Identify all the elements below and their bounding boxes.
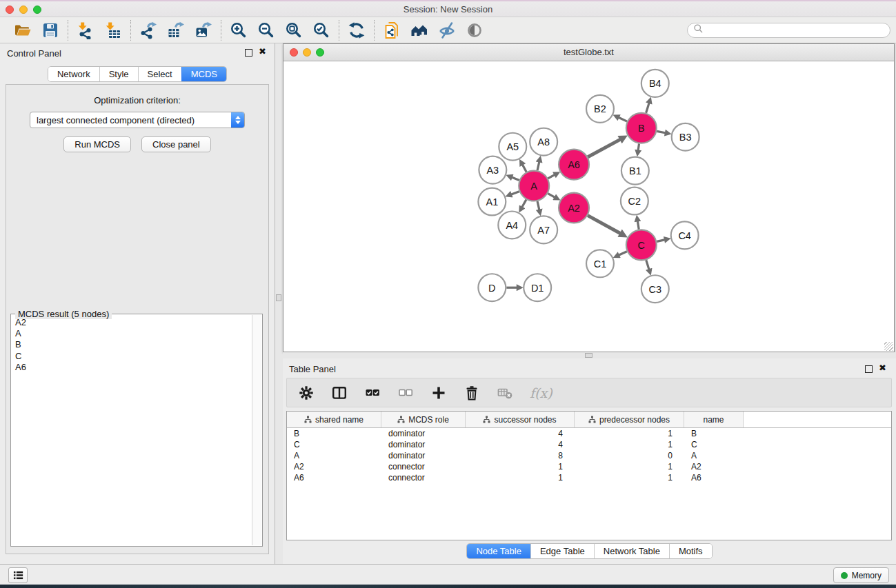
split-panel-icon[interactable] — [331, 385, 348, 401]
horizontal-splitter[interactable] — [283, 352, 896, 358]
graph-edge-B-B4[interactable] — [646, 103, 649, 113]
tab-network-table[interactable]: Network Table — [594, 544, 669, 558]
cell-name[interactable]: A2 — [684, 462, 744, 472]
zoom-fit-icon[interactable] — [283, 20, 305, 41]
graph-edge-A-A6[interactable] — [548, 175, 554, 179]
close-table-panel-icon[interactable]: ✖ — [879, 363, 886, 374]
import-network-icon[interactable] — [74, 20, 97, 41]
cell-shared-name[interactable]: A2 — [287, 462, 381, 472]
graph-edge-C-C4[interactable] — [657, 240, 664, 241]
graph-edge-C-C3[interactable] — [646, 260, 649, 269]
network-canvas[interactable]: B4B2BB3A8A5A6A3B1AC2A1A2A4A7C4CC1C3DD1 — [284, 61, 893, 351]
graph-edge-A-A5[interactable] — [523, 165, 527, 172]
cell-predecessor-nodes[interactable]: 1 — [575, 440, 684, 449]
graph-node-A4[interactable]: A4 — [498, 211, 526, 239]
deselect-all-icon[interactable] — [397, 385, 414, 401]
graph-node-B2[interactable]: B2 — [586, 95, 614, 123]
cell-name[interactable]: C — [684, 440, 744, 449]
close-panel-button[interactable]: Close panel — [141, 136, 211, 152]
cell-successor-nodes[interactable]: 1 — [466, 473, 575, 483]
export-table-icon[interactable] — [165, 20, 187, 41]
graph-node-A8[interactable]: A8 — [530, 128, 557, 156]
run-mcds-button[interactable]: Run MCDS — [63, 136, 131, 152]
cell-successor-nodes[interactable]: 8 — [466, 451, 575, 460]
cell-predecessor-nodes[interactable]: 1 — [575, 462, 684, 472]
window-resize-grip[interactable] — [884, 342, 893, 351]
cell-shared-name[interactable]: C — [287, 440, 381, 449]
column-header-name[interactable]: name — [684, 412, 744, 427]
eye-slash-icon[interactable] — [436, 20, 458, 41]
cell-name[interactable]: B — [684, 429, 744, 438]
copy-network-icon[interactable] — [381, 20, 403, 41]
graph-node-A1[interactable]: A1 — [478, 188, 506, 216]
apply-layout-icon[interactable] — [346, 20, 368, 41]
cell-successor-nodes[interactable]: 4 — [466, 440, 575, 449]
cell-name[interactable]: A — [684, 451, 744, 460]
column-header-predecessor-nodes[interactable]: predecessor nodes — [575, 412, 684, 427]
float-table-panel-icon[interactable] — [865, 365, 873, 373]
cell-predecessor-nodes[interactable]: 1 — [575, 429, 684, 438]
vertical-splitter-handle[interactable] — [276, 294, 281, 301]
cell-predecessor-nodes[interactable]: 1 — [575, 473, 684, 483]
tab-select[interactable]: Select — [138, 67, 181, 81]
import-table-icon[interactable] — [102, 20, 124, 41]
graph-edge-B-B2[interactable] — [619, 118, 627, 122]
vertical-splitter[interactable] — [275, 43, 283, 564]
graph-node-A7[interactable]: A7 — [530, 216, 557, 243]
delete-column-icon[interactable] — [464, 385, 480, 401]
graph-node-B3[interactable]: B3 — [672, 123, 699, 151]
graph-edge-B-B3[interactable] — [657, 131, 665, 132]
tab-mcds[interactable]: MCDS — [181, 67, 226, 81]
mcds-result-item[interactable]: B — [12, 339, 252, 350]
table-row[interactable]: Cdominator41C — [287, 439, 891, 450]
graph-node-C[interactable]: C — [626, 230, 657, 260]
optimization-criterion-select[interactable]: largest connected component (directed) — [30, 112, 245, 128]
cell-shared-name[interactable]: A6 — [287, 473, 381, 483]
zoom-in-icon[interactable] — [228, 20, 250, 41]
zoom-selected-icon[interactable] — [310, 20, 332, 41]
graph-node-A2[interactable]: A2 — [559, 193, 589, 223]
tab-node-table[interactable]: Node Table — [467, 544, 530, 558]
column-header-MCDS-role[interactable]: MCDS role — [381, 412, 466, 427]
cell-successor-nodes[interactable]: 4 — [466, 429, 575, 438]
cell-shared-name[interactable]: A — [287, 451, 381, 460]
cell-name[interactable]: A6 — [684, 473, 744, 483]
cell-MCDS-role[interactable]: dominator — [381, 440, 466, 449]
graph-edge-C-C1[interactable] — [619, 252, 627, 255]
tab-style[interactable]: Style — [99, 67, 138, 81]
column-header-successor-nodes[interactable]: successor nodes — [466, 412, 575, 427]
column-header-shared-name[interactable]: shared name — [287, 412, 381, 427]
search-input[interactable] — [706, 25, 884, 36]
open-session-icon[interactable] — [12, 20, 34, 41]
graph-edge-C-C2[interactable] — [637, 221, 639, 230]
cell-MCDS-role[interactable]: connector — [381, 473, 466, 483]
export-image-icon[interactable] — [192, 20, 215, 41]
cell-predecessor-nodes[interactable]: 0 — [575, 451, 684, 460]
graph-node-B4[interactable]: B4 — [641, 70, 669, 97]
network-window-titlebar[interactable]: testGlobe.txt — [283, 44, 894, 61]
tab-motifs[interactable]: Motifs — [669, 544, 712, 558]
cell-shared-name[interactable]: B — [287, 429, 381, 438]
graph-edge-A6-B[interactable] — [588, 139, 620, 156]
table-row[interactable]: A6connector11A6 — [287, 472, 891, 483]
mcds-result-item[interactable]: A — [12, 328, 252, 339]
float-panel-icon[interactable] — [245, 49, 252, 57]
mcds-result-scrollbar[interactable] — [252, 315, 261, 545]
graph-edge-A-A2[interactable] — [548, 194, 555, 197]
add-column-icon[interactable] — [430, 385, 447, 401]
select-all-icon[interactable] — [364, 385, 381, 401]
mcds-result-item[interactable]: A6 — [12, 362, 252, 373]
mcds-result-list[interactable]: A2ABCA6 — [12, 317, 252, 545]
table-row[interactable]: A2connector11A2 — [287, 461, 891, 472]
save-session-icon[interactable] — [39, 20, 61, 41]
graph-edge-A-A3[interactable] — [512, 177, 519, 180]
tab-edge-table[interactable]: Edge Table — [530, 544, 594, 558]
graph-edge-A-A7[interactable] — [537, 201, 539, 210]
zoom-out-icon[interactable] — [255, 20, 277, 41]
graph-edge-A-A4[interactable] — [522, 200, 526, 207]
horizontal-splitter-handle[interactable] — [585, 353, 593, 358]
graph-node-A[interactable]: A — [519, 171, 549, 201]
cell-MCDS-role[interactable]: dominator — [381, 429, 466, 438]
mcds-result-item[interactable]: A2 — [12, 317, 252, 328]
cell-MCDS-role[interactable]: dominator — [381, 451, 466, 460]
